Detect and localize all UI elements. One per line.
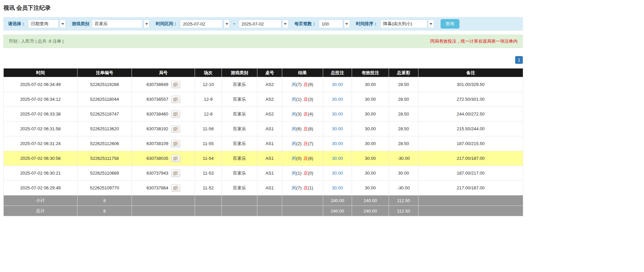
total-bet-link[interactable]: 30.00 — [332, 156, 343, 161]
cell-payout: 28.50 — [389, 92, 418, 107]
col-payout: 总派彩 — [389, 69, 418, 77]
cell-total-bet: 30.00 — [323, 151, 352, 166]
cell-time: 2025-07-02 06:34:49 — [4, 77, 78, 92]
cell-time: 2025-07-02 06:30:56 — [4, 151, 78, 166]
round-detail-button[interactable] — [171, 96, 180, 103]
cell-blank — [257, 195, 282, 206]
col-session: 场次 — [195, 69, 222, 77]
player-score: (6) — [296, 126, 302, 131]
date-from-value[interactable]: 2025-07-02 — [180, 19, 223, 28]
cell-blank — [132, 206, 195, 216]
banker-label: 庄 — [304, 82, 308, 87]
chevron-down-icon[interactable] — [143, 19, 150, 28]
total-bet-link[interactable]: 30.00 — [332, 185, 343, 190]
cell-game-type: 百家乐 — [222, 92, 257, 107]
total-bet-link[interactable]: 30.00 — [332, 82, 343, 87]
summary-bar: 币别 : 人民币 | 总共 :8 注单 | 同局有效投注，统一计算在该局第一张注… — [3, 35, 523, 48]
cell-blank — [132, 195, 195, 206]
cell-summary-payout: 112.50 — [389, 195, 418, 206]
sort-value[interactable]: 降幕(由大到小) — [380, 19, 427, 28]
page: 视讯 会员下注纪录 请选择： 日期查询 游戏类别 百家乐 时间区间： 2025-… — [3, 0, 523, 216]
chevron-down-icon[interactable] — [224, 19, 230, 28]
cell-blank — [195, 195, 222, 206]
cell-result: 闲(7)庄(9) — [282, 77, 323, 92]
cell-valid-bet: 30.00 — [352, 181, 389, 195]
page-size-combo[interactable]: 100 — [319, 19, 350, 28]
banker-score: (8) — [308, 126, 313, 131]
round-id: 630738035 — [146, 156, 168, 161]
page-size-label: 每页笔数： — [295, 21, 316, 27]
round-detail-button[interactable] — [171, 170, 180, 177]
cell-game-type: 百家乐 — [222, 136, 257, 151]
cell-time: 2025-07-02 06:34:12 — [4, 92, 78, 107]
cell-round: 630737943 — [132, 166, 195, 181]
query-button[interactable]: 查询 — [441, 19, 459, 29]
col-result: 结果 — [282, 69, 323, 77]
round-detail-button[interactable] — [171, 155, 180, 162]
sort-combo[interactable]: 降幕(由大到小) — [380, 19, 434, 28]
col-note: 备注 — [418, 69, 523, 77]
cell-blank — [222, 195, 257, 206]
round-detail-button[interactable] — [171, 125, 180, 133]
page-size-value[interactable]: 100 — [319, 19, 343, 28]
cell-table-no: AS1 — [257, 181, 282, 195]
round-detail-button[interactable] — [171, 81, 180, 88]
cell-bet-id: 522625113620 — [78, 122, 132, 136]
cell-note: 187.00/215.50 — [418, 136, 523, 151]
query-type-value[interactable]: 日期查询 — [28, 19, 59, 28]
cell-summary-count: 8 — [78, 195, 132, 206]
date-to-value[interactable]: 2025-07-02 — [239, 19, 282, 28]
filter-bar: 请选择： 日期查询 游戏类别 百家乐 时间区间： 2025-07-02 ~ 20… — [3, 17, 523, 31]
cell-summary-payout: 112.50 — [389, 206, 418, 216]
player-score: (7) — [296, 82, 302, 87]
valid-bet-note: 同局有效投注，统一计算在该局第一张注单内 — [430, 38, 517, 44]
cell-round: 630737864 — [132, 181, 195, 195]
cell-result: 闲(0)庄(8) — [282, 151, 323, 166]
game-type-value[interactable]: 百家乐 — [92, 19, 143, 28]
page-1-button[interactable]: 1 — [515, 56, 523, 64]
cell-result: 闲(1)庄(0) — [282, 166, 323, 181]
table-row: 2025-07-02 06:29:49 522625109770 6307378… — [4, 181, 523, 195]
date-to-picker[interactable]: 2025-07-02 — [239, 19, 289, 28]
col-valid-bet: 有效投注 — [352, 69, 389, 77]
player-score: (1) — [296, 97, 302, 102]
player-score: (0) — [296, 156, 302, 161]
cell-session: 11-53 — [195, 166, 222, 181]
date-from-picker[interactable]: 2025-07-02 — [180, 19, 230, 28]
cell-bet-id: 522625119288 — [78, 77, 132, 92]
game-type-combo[interactable]: 百家乐 — [92, 19, 150, 28]
cell-round: 630738035 — [132, 151, 195, 166]
cell-session: 12-10 — [195, 77, 222, 92]
cell-game-type: 百家乐 — [222, 151, 257, 166]
total-bet-link[interactable]: 30.00 — [332, 97, 343, 102]
cell-bet-id: 522625116747 — [78, 107, 132, 122]
cell-total-bet: 30.00 — [323, 122, 352, 136]
total-bet-link[interactable]: 30.00 — [332, 171, 343, 176]
total-bet-link[interactable]: 30.00 — [332, 141, 343, 146]
cell-valid-bet: 30.00 — [352, 151, 389, 166]
cards-icon — [173, 97, 178, 101]
summary-row: 总计 8 240.00 240.00 112.50 — [4, 206, 523, 216]
query-type-combo[interactable]: 日期查询 — [28, 19, 66, 28]
cell-summary-valid-bet: 240.00 — [352, 206, 389, 216]
chevron-down-icon[interactable] — [59, 19, 66, 28]
cell-session: 11-55 — [195, 136, 222, 151]
cell-game-type: 百家乐 — [222, 181, 257, 195]
chevron-down-icon[interactable] — [428, 19, 434, 28]
round-detail-button[interactable] — [171, 184, 180, 192]
banker-label: 庄 — [304, 97, 308, 102]
cell-time: 2025-07-02 06:30:21 — [4, 166, 78, 181]
summary-row: 小计 8 240.00 240.00 112.50 — [4, 195, 523, 206]
player-score: (2) — [296, 141, 302, 146]
chevron-down-icon[interactable] — [282, 19, 289, 28]
round-detail-button[interactable] — [171, 110, 180, 118]
cell-valid-bet: 30.00 — [352, 77, 389, 92]
cell-result: 闲(1)庄(3) — [282, 92, 323, 107]
cell-total-bet: 30.00 — [323, 181, 352, 195]
chevron-down-icon[interactable] — [344, 19, 350, 28]
round-detail-button[interactable] — [171, 140, 180, 147]
total-bet-link[interactable]: 30.00 — [332, 126, 343, 131]
cell-session: 12-9 — [195, 92, 222, 107]
total-bet-link[interactable]: 30.00 — [332, 111, 343, 117]
cell-payout: 28.50 — [389, 122, 418, 136]
